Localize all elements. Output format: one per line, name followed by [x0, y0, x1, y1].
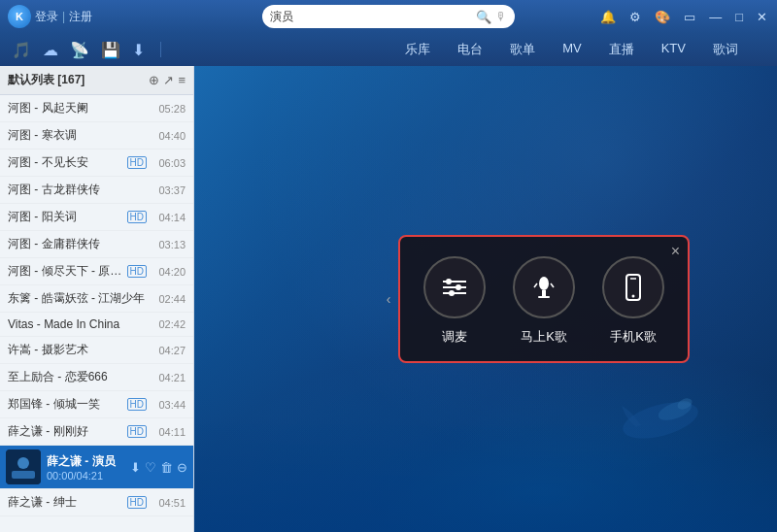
- svg-point-19: [632, 295, 635, 298]
- playing-time: 00:00/04:21: [47, 470, 130, 482]
- skin-icon[interactable]: 🎨: [651, 8, 674, 26]
- sidebar-header-icons: ⊕ ↗ ≡: [149, 73, 186, 87]
- titlebar: K 登录 | 注册 🔍 🎙 🔔 ⚙ 🎨 ▭ — □ ✕: [0, 0, 777, 33]
- svg-point-1: [17, 457, 29, 469]
- list-item[interactable]: 河图 - 风起天阑 05:28: [0, 95, 193, 122]
- nav-icons: 🎵 ☁ 📡 💾 ⬇: [8, 37, 149, 63]
- svg-rect-14: [538, 296, 550, 298]
- tab-live[interactable]: 直播: [597, 37, 646, 62]
- download-song-icon[interactable]: ⬇: [130, 460, 141, 475]
- download-icon[interactable]: ⬇: [128, 37, 149, 63]
- search-input[interactable]: [270, 10, 476, 23]
- mini-mode-icon[interactable]: ▭: [680, 8, 699, 26]
- tab-radio[interactable]: 电台: [446, 37, 494, 62]
- export-icon[interactable]: ↗: [163, 73, 174, 87]
- playing-title: 薛之谦 - 演员: [47, 453, 130, 470]
- minimize-button[interactable]: —: [705, 8, 726, 26]
- search-icon[interactable]: 🔍: [476, 10, 491, 24]
- nav-separator: [160, 42, 161, 57]
- tab-library[interactable]: 乐库: [393, 37, 442, 62]
- delete-song-icon[interactable]: 🗑: [160, 460, 173, 475]
- tuning-label: 调麦: [442, 328, 467, 346]
- divider: |: [62, 10, 65, 23]
- logo-icon: K: [8, 5, 31, 28]
- like-song-icon[interactable]: ♡: [145, 460, 156, 475]
- tab-ktv[interactable]: KTV: [650, 37, 697, 62]
- svg-rect-13: [542, 290, 546, 296]
- close-button[interactable]: ✕: [753, 8, 771, 26]
- mobile-ktv-label: 手机K歌: [610, 328, 657, 346]
- save-icon[interactable]: 💾: [97, 37, 124, 63]
- current-playing-item[interactable]: 薛之谦 - 演员 00:00/04:21 ⬇ ♡ 🗑 ⊖: [0, 446, 193, 489]
- playing-thumbnail: [6, 449, 41, 484]
- navbar: 🎵 ☁ 📡 💾 ⬇ 乐库 电台 歌单 MV 直播 KTV 歌词: [0, 33, 777, 66]
- svg-point-10: [456, 284, 461, 290]
- tuning-icon-circle: [423, 256, 486, 318]
- nav-tabs: 乐库 电台 歌单 MV 直播 KTV 歌词: [165, 37, 750, 62]
- list-item[interactable]: 河图 - 不见长安 HD 06:03: [0, 150, 193, 177]
- sing-now-icon-circle: [513, 256, 575, 318]
- list-item[interactable]: 薛之谦 - 绅士 HD 04:51: [0, 489, 193, 516]
- cloud-icon[interactable]: ☁: [39, 37, 62, 63]
- list-item[interactable]: 河图 - 寒衣调 04:40: [0, 122, 193, 150]
- music-icon[interactable]: 🎵: [8, 37, 35, 63]
- tab-playlist[interactable]: 歌单: [498, 37, 547, 62]
- sidebar: 默认列表 [167] ⊕ ↗ ≡ 河图 - 风起天阑 05:28 河图 - 寒衣…: [0, 66, 194, 532]
- dolphin-decoration: [602, 377, 719, 454]
- svg-point-11: [449, 290, 455, 296]
- playing-info: 薛之谦 - 演员 00:00/04:21: [47, 453, 130, 482]
- svg-line-16: [551, 283, 554, 287]
- sing-now-label: 马上K歌: [521, 328, 567, 346]
- svg-line-15: [534, 283, 537, 287]
- main: 默认列表 [167] ⊕ ↗ ≡ 河图 - 风起天阑 05:28 河图 - 寒衣…: [0, 66, 777, 532]
- maximize-button[interactable]: □: [731, 8, 747, 26]
- ban-song-icon[interactable]: ⊖: [177, 460, 187, 475]
- svg-point-9: [446, 279, 452, 284]
- titlebar-icons: 🔔 ⚙ 🎨 ▭ — □ ✕: [596, 8, 777, 26]
- ktv-options: 调麦 马上K歌: [423, 256, 664, 346]
- login-area: 登录 | 注册: [35, 9, 92, 25]
- login-button[interactable]: 登录: [35, 9, 58, 25]
- list-item[interactable]: 薛之谦 - 刚刚好 HD 04:11: [0, 418, 193, 446]
- bell-icon[interactable]: 🔔: [596, 8, 620, 26]
- svg-rect-2: [12, 471, 35, 479]
- list-item[interactable]: 河图 - 金庸群侠传 03:13: [0, 231, 193, 258]
- ktv-option-tuning[interactable]: 调麦: [423, 256, 486, 346]
- list-item[interactable]: 至上励合 - 恋爱666 04:21: [0, 364, 193, 391]
- list-item[interactable]: 郑国锋 - 倾城一笑 HD 03:44: [0, 391, 193, 418]
- settings-icon[interactable]: ⚙: [625, 8, 645, 26]
- list-item[interactable]: Vitas - Made In China 02:42: [0, 313, 193, 337]
- list-item[interactable]: 东篱 - 皓霭妖弦 - 江湖少年 02:44: [0, 285, 193, 313]
- song-list: 河图 - 风起天阑 05:28 河图 - 寒衣调 04:40 河图 - 不见长安…: [0, 95, 193, 532]
- mobile-icon-circle: [602, 256, 664, 318]
- list-item[interactable]: 河图 - 阳关词 HD 04:14: [0, 204, 193, 231]
- playing-action-icons: ⬇ ♡ 🗑 ⊖: [130, 460, 187, 475]
- ktv-option-sing-now[interactable]: 马上K歌: [513, 256, 575, 346]
- mic-icon[interactable]: 🎙: [495, 10, 507, 23]
- svg-point-12: [539, 277, 549, 290]
- search-bar: 🔍 🎙: [262, 5, 515, 28]
- list-item[interactable]: 河图 - 古龙群侠传 03:37: [0, 177, 193, 204]
- ktv-popup: × 调麦: [398, 235, 690, 363]
- list-item[interactable]: 许嵩 - 摄影艺术 04:27: [0, 337, 193, 364]
- tab-mv[interactable]: MV: [551, 37, 593, 62]
- content-area: × 调麦: [194, 66, 777, 532]
- list-item[interactable]: 河图 - 倾尽天下 - 原版伴奏 HD 04:20: [0, 258, 193, 285]
- logo-area: K 登录 | 注册: [0, 5, 136, 28]
- ktv-popup-close[interactable]: ×: [671, 243, 680, 260]
- add-song-icon[interactable]: ⊕: [149, 73, 159, 87]
- menu-icon[interactable]: ≡: [178, 73, 186, 87]
- register-button[interactable]: 注册: [69, 9, 92, 25]
- sidebar-header: 默认列表 [167] ⊕ ↗ ≡: [0, 66, 193, 95]
- sidebar-resize-handle[interactable]: [385, 66, 392, 532]
- ktv-option-mobile[interactable]: 手机K歌: [602, 256, 664, 346]
- radio-icon[interactable]: 📡: [66, 37, 93, 63]
- sidebar-title: 默认列表 [167]: [8, 72, 84, 88]
- tab-lyrics[interactable]: 歌词: [701, 37, 750, 62]
